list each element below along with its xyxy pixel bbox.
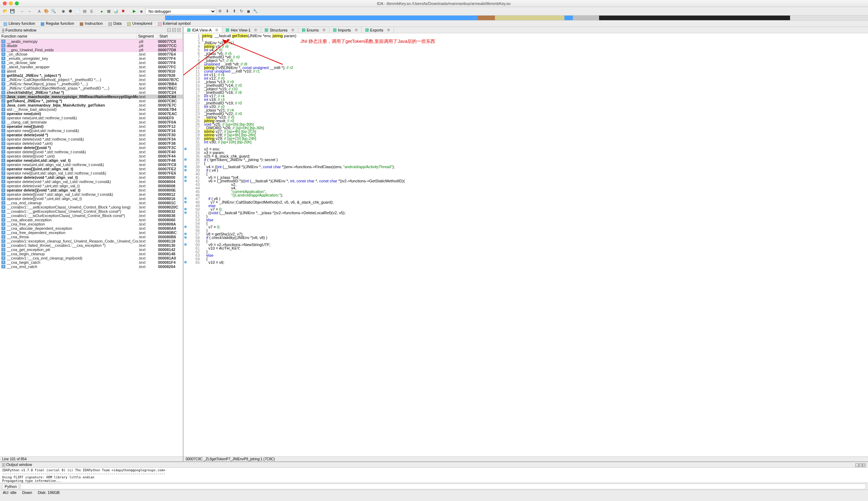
function-row[interactable]: f__cxa_end_catch.text00008264 xyxy=(0,264,183,269)
close-tab-icon[interactable]: ⊗ xyxy=(215,28,218,32)
dbg5-icon[interactable]: ⏹ xyxy=(245,8,252,15)
code-line[interactable]: 24 _jstring *v23; // r5 xyxy=(184,115,868,119)
function-row[interactable]: f__gnu_Unwind_Find_exidx.plt000077D8 xyxy=(0,48,183,52)
tab-imports[interactable]: Imports⊗ xyxy=(329,27,362,33)
code-line[interactable]: 36 if ( !getToken(_JNIEnv *,_jstring *):… xyxy=(184,158,868,161)
function-row[interactable]: f__cxxabiv1::__getExceptionClass(_Unwind… xyxy=(0,209,183,214)
python-label[interactable]: Python xyxy=(2,484,19,489)
code-line[interactable]: 38 v4 = ((int (__fastcall *)(JNIEnv *, c… xyxy=(184,165,868,169)
hex-icon[interactable]: ⬢ xyxy=(67,8,74,15)
function-row[interactable]: foperator delete[](void *,std::nothrow_t… xyxy=(0,150,183,154)
step-icon[interactable]: ▶ xyxy=(131,8,137,15)
code-line[interactable]: 34 v3 = param; xyxy=(184,151,868,154)
code-line[interactable]: 4 jstring v3; // r8 xyxy=(184,45,868,48)
code-line[interactable]: 46 "()Landroid/app/Application;"); xyxy=(184,193,868,197)
function-row[interactable]: f_on_dlclose.text000077E4 xyxy=(0,52,183,56)
function-row[interactable]: foperator new[](uint,std::nothrow_t cons… xyxy=(0,129,183,133)
code-line[interactable]: 52 } xyxy=(184,215,868,218)
code-line[interactable]: 39 if ( v4 ) xyxy=(184,169,868,172)
function-row[interactable]: foperator delete(void *,std::align_val_t… xyxy=(0,175,183,180)
code-line[interactable]: 13 int v12; // r0 xyxy=(184,76,868,80)
function-row[interactable]: fatexit.text00007810 xyxy=(0,69,183,73)
struct-icon[interactable]: ▤ xyxy=(81,8,88,15)
function-row[interactable]: fgetSha1(_JNIEnv *,_jobject *).text00007… xyxy=(0,73,183,78)
enum-icon[interactable]: E xyxy=(89,8,95,15)
function-row[interactable]: f__cxa_free_exception.text0000808A xyxy=(0,222,183,226)
code-line[interactable]: 6 _jclass *v5; // r5 xyxy=(184,52,868,55)
function-row[interactable]: fJava_com_manmanbuy_bijia_MainActivity_g… xyxy=(0,103,183,107)
code-line[interactable]: 35 v25 = &_stack_chk_guard; xyxy=(184,154,868,158)
function-row[interactable]: fstd::__throw_bad_alloc(void).text0000E7… xyxy=(0,107,183,112)
decompile-icon[interactable]: 📄 xyxy=(74,8,81,15)
code-line[interactable]: 65 v10 = v8; xyxy=(184,261,868,264)
function-row[interactable]: foperator delete[](void *,uint,std::alig… xyxy=(0,197,183,201)
code-line[interactable]: 57 v8 = getSha1(v2, v7); xyxy=(184,232,868,236)
functions-list[interactable]: Function name Segment Start f__aeabi_mem… xyxy=(0,33,183,456)
tab-exports[interactable]: Exports⊗ xyxy=(362,27,394,33)
function-row[interactable]: f_JNIEnv::CallObjectMethod(_jobject *,_j… xyxy=(0,78,183,82)
function-row[interactable]: foperator delete[](void *,uint).text0000… xyxy=(0,154,183,158)
dbg1-icon[interactable]: ⚙ xyxy=(217,8,223,15)
code-line[interactable]: 15 _jmethodID *v14; // r0 xyxy=(184,84,868,87)
function-row[interactable]: foperator delete(void *,std::align_val_t… xyxy=(0,180,183,184)
code-line[interactable]: 42 v6 = (_jmethodID *)((int (__fastcall … xyxy=(184,179,868,183)
function-row[interactable]: f__clang_call_terminate.text00007F0A xyxy=(0,120,183,124)
code-line[interactable]: 33 v2 = env; xyxy=(184,147,868,151)
code-line[interactable]: 29 jstring v28; // [sp+8h] [bp-28h] xyxy=(184,133,868,137)
tab-hex-view-1[interactable]: Hex View-1⊗ xyxy=(222,27,261,33)
dbg4-icon[interactable]: ↻ xyxy=(238,8,244,15)
code-line[interactable]: 25 jstring result; // r0 xyxy=(184,119,868,123)
function-row[interactable]: f__cxa_allocate_dependent_exception.text… xyxy=(0,226,183,230)
col-name[interactable]: Function name xyxy=(0,33,137,39)
decompiler-view[interactable]: JNI 静态注册，调用了getToken函数,里面调用了Java层的一些东西 1… xyxy=(184,33,868,456)
open-icon[interactable]: 📂 xyxy=(2,8,9,15)
function-row[interactable]: foperator new[](uint,std::align_val_t).t… xyxy=(0,167,183,171)
code-line[interactable]: 48 v7 = _JNIEnv::CallStaticObjectMethod(… xyxy=(184,200,868,204)
function-row[interactable]: f_on_dlclose_late.text000077F8 xyxy=(0,61,183,65)
function-row[interactable]: foperator new(uint,std::align_val_t,std:… xyxy=(0,163,183,167)
function-row[interactable]: f_JNIEnv::NewObject(_jclass *,_jmethodID… xyxy=(0,82,183,86)
code-line[interactable]: 7 _jmethodID *v6; // r0 xyxy=(184,55,868,59)
code-line[interactable]: 22 _jclass *v21; // r4 xyxy=(184,108,868,112)
tab-structures[interactable]: Structures⊗ xyxy=(261,27,298,33)
code-line[interactable]: 51 ((void (__fastcall *)(JNIEnv *, _jcla… xyxy=(184,211,868,215)
code-line[interactable]: 49 else xyxy=(184,204,868,207)
debugger-select[interactable]: No debugger xyxy=(145,8,216,15)
code-line[interactable]: 54 { xyxy=(184,222,868,225)
pause-icon[interactable]: ▦ xyxy=(106,8,112,15)
function-row[interactable]: f__cxxabiv1::__cxa_end_cleanup_impl(void… xyxy=(0,256,183,260)
back-icon[interactable]: ← xyxy=(19,8,26,15)
function-row[interactable]: f__cxa_free_dependent_exception.text0000… xyxy=(0,230,183,235)
function-row[interactable]: f__cxxabiv1::__setExceptionClass(_Unwind… xyxy=(0,205,183,209)
navigation-band[interactable] xyxy=(0,16,868,21)
dbg2-icon[interactable]: ⬇ xyxy=(224,8,230,15)
code-line[interactable]: 19 int v18; // r3 xyxy=(184,98,868,101)
code-line[interactable]: 1jstring __fastcall getToken(JNIEnv *env… xyxy=(184,34,868,38)
function-row[interactable]: f__cxa_throw.text000080B6 xyxy=(0,235,183,239)
close-pane-icon[interactable]: × xyxy=(177,28,181,32)
maximize-window-button[interactable] xyxy=(15,1,19,5)
tab-ida-view-a[interactable]: IDA View-A⊗ xyxy=(184,27,222,33)
code-line[interactable]: 62 } xyxy=(184,250,868,254)
col-segment[interactable]: Segment xyxy=(137,33,158,39)
dbg6-icon[interactable]: 🔧 xyxy=(252,8,259,15)
code-line[interactable]: 45 "currentApplication", xyxy=(184,190,868,193)
output-min-icon[interactable]: – xyxy=(855,463,859,467)
code-line[interactable]: 64 { xyxy=(184,257,868,261)
code-line[interactable]: 11 const unsigned __int8 *v10; // r1 xyxy=(184,69,868,73)
code-line[interactable]: 14 _jclass *v13; // r9 xyxy=(184,80,868,84)
code-line[interactable]: 21 int v20; // r0 xyxy=(184,105,868,108)
function-row[interactable]: f_atexit_handler_wrapper.text000077FC xyxy=(0,65,183,69)
function-row[interactable]: f_emutls_unregister_key.text000077F4 xyxy=(0,56,183,61)
python-input[interactable] xyxy=(21,484,866,489)
close-tab-icon[interactable]: ⊗ xyxy=(291,28,294,32)
code-line[interactable]: 63 else xyxy=(184,254,868,257)
code-line[interactable]: 27 _DWORD *v26; // [sp+0h] [bp-30h] xyxy=(184,126,868,130)
code-line[interactable]: 12 int v11; // r4 xyxy=(184,73,868,76)
dbg3-icon[interactable]: ⬆ xyxy=(231,8,237,15)
code-line[interactable]: 3 JNIEnv *v2; // r11 xyxy=(184,41,868,45)
close-window-button[interactable] xyxy=(3,1,7,5)
code-line[interactable]: 23 _jmethodID *v22; // r0 xyxy=(184,112,868,115)
pallete-icon[interactable]: 🎨 xyxy=(43,8,50,15)
output-text[interactable]: IDAPython v1.7.0 final (serial 0) (c) Th… xyxy=(0,468,868,483)
